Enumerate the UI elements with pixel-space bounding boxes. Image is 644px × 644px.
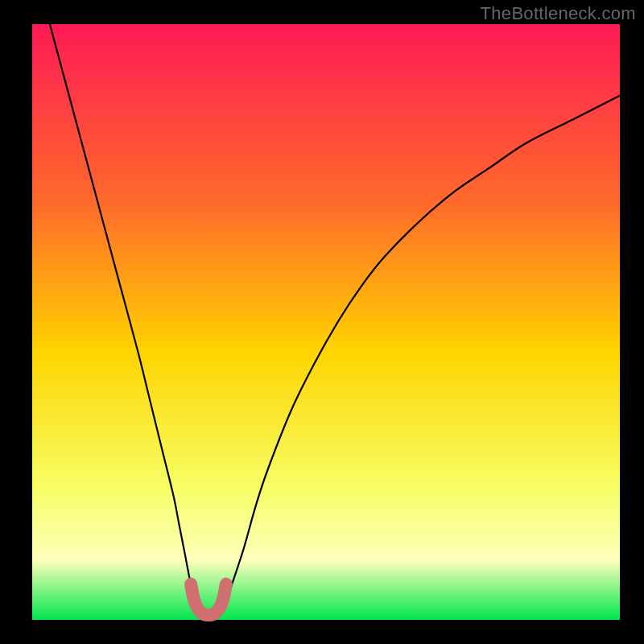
chart-frame: TheBottleneck.com bbox=[0, 0, 644, 644]
bottleneck-chart bbox=[0, 0, 644, 644]
watermark-text: TheBottleneck.com bbox=[481, 3, 636, 24]
plot-background bbox=[32, 24, 620, 620]
